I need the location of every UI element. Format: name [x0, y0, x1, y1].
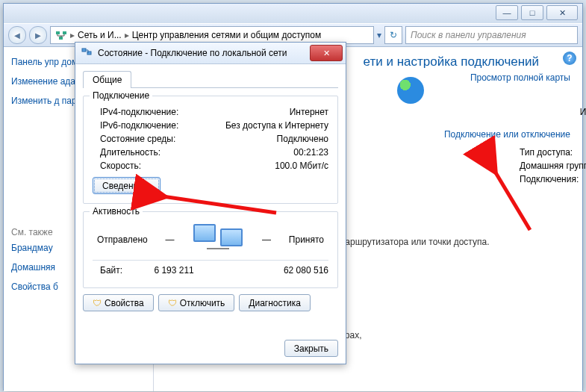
connections-label: Подключения: — [520, 174, 579, 195]
dialog-title-icon — [81, 47, 93, 59]
connection-status-dialog: Состояние - Подключение по локальной сет… — [75, 42, 346, 364]
bytes-label: Байт: — [93, 265, 122, 276]
sent-label: Отправлено — [97, 234, 148, 245]
shield-icon: 🛡 — [93, 298, 102, 308]
tab-general[interactable]: Общие — [83, 71, 131, 88]
connection-group: Подключение IPv4-подключение:Интернет IP… — [83, 96, 338, 204]
bytes-sent: 6 193 211 — [122, 265, 225, 276]
connection-group-title: Подключение — [90, 90, 152, 101]
close-button[interactable]: ✕ — [546, 5, 578, 20]
search-input[interactable]: Поиск в панели управления — [405, 26, 578, 44]
disable-button[interactable]: 🛡Отключить — [158, 294, 235, 311]
activity-group: Активность Отправлено — — Принято Байт: … — [83, 211, 338, 288]
maximize-button[interactable]: □ — [521, 5, 543, 20]
activity-group-title: Активность — [90, 206, 143, 217]
close-dialog-button[interactable]: Закрыть — [284, 340, 338, 357]
back-button[interactable]: ◄ — [8, 26, 26, 44]
duration-value: 00:21:23 — [293, 147, 328, 158]
ipv6-value: Без доступа к Интернету — [225, 120, 328, 131]
media-label: Состояние среды: — [93, 134, 175, 144]
homegroup-label: Домашняя группа: — [520, 161, 586, 171]
network-icon — [55, 29, 67, 41]
internet-label: Интернет — [397, 107, 586, 117]
ipv6-label: IPv6-подключение: — [93, 120, 178, 131]
connect-disconnect-link[interactable]: Подключение или отключение — [444, 129, 570, 140]
forward-button[interactable]: ► — [29, 26, 47, 44]
access-type-label: Тип доступа: — [520, 147, 586, 158]
activity-icon — [192, 224, 244, 255]
speed-value: 100.0 Мбит/с — [275, 161, 328, 171]
speed-label: Скорость: — [93, 161, 141, 171]
internet-globe-icon — [397, 77, 424, 104]
ipv4-value: Интернет — [290, 107, 328, 117]
dialog-titlebar: Состояние - Подключение по локальной сет… — [75, 43, 346, 64]
svg-rect-1 — [63, 31, 66, 34]
breadcrumb-current[interactable]: Центр управления сетями и общим доступом — [132, 30, 322, 40]
dialog-close-button[interactable]: ✕ — [310, 45, 343, 61]
details-button[interactable]: Сведения... — [93, 177, 160, 194]
svg-rect-5 — [82, 49, 86, 52]
shield-icon: 🛡 — [168, 298, 177, 308]
ipv4-label: IPv4-подключение: — [93, 107, 178, 117]
breadcrumb-root[interactable]: Сеть и И... — [78, 30, 122, 40]
media-value: Подключено — [277, 134, 328, 144]
properties-button[interactable]: 🛡Свойства — [83, 294, 154, 311]
bytes-received: 62 080 516 — [225, 265, 328, 276]
titlebar: — □ ✕ — [4, 4, 582, 23]
refresh-button[interactable]: ↻ — [384, 26, 402, 44]
svg-rect-0 — [56, 31, 60, 34]
minimize-button[interactable]: — — [496, 5, 518, 20]
help-icon[interactable]: ? — [563, 52, 576, 65]
duration-label: Длительность: — [93, 147, 160, 158]
dialog-title-text: Состояние - Подключение по локальной сет… — [98, 48, 287, 58]
diagnostics-button[interactable]: Диагностика — [239, 294, 311, 311]
received-label: Принято — [289, 234, 324, 245]
